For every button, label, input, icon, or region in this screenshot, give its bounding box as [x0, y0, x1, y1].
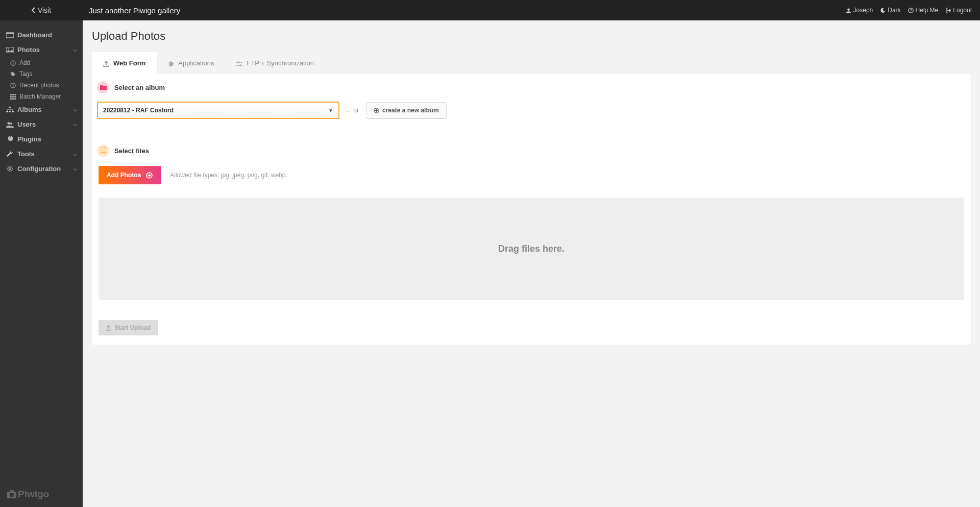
plus-circle-icon [146, 172, 153, 179]
sidebar-sub-add[interactable]: Add [0, 57, 83, 68]
svg-rect-5 [6, 47, 14, 53]
sidebar-item-label: Users [17, 120, 36, 128]
chevron-down-icon [73, 150, 78, 158]
sidebar: Dashboard Photos Add Tags Recent photos [0, 20, 83, 507]
logout-icon [945, 8, 951, 13]
dropzone-label: Drag files here. [498, 244, 565, 254]
album-section-head: Select an album [92, 74, 971, 99]
sidebar-sub-batch[interactable]: Batch Manager [0, 91, 83, 102]
svg-rect-14 [12, 96, 14, 98]
moon-icon [880, 8, 886, 13]
sidebar-sub-label: Batch Manager [19, 93, 61, 100]
sidebar-sub-recent[interactable]: Recent photos [0, 80, 83, 91]
users-icon [5, 122, 14, 128]
sidebar-sub-tags[interactable]: Tags [0, 68, 83, 80]
logout-link[interactable]: Logout [945, 7, 972, 14]
dark-label: Dark [888, 7, 900, 14]
svg-rect-10 [10, 94, 12, 95]
topbar-right: Joseph Dark ? Help Me Logout [846, 7, 980, 14]
create-album-button[interactable]: create a new album [366, 102, 447, 118]
start-upload-button[interactable]: Start Upload [99, 320, 158, 335]
svg-point-6 [7, 48, 8, 49]
plus-circle-icon [9, 60, 16, 66]
svg-rect-22 [12, 111, 14, 112]
help-label: Help Me [916, 7, 939, 14]
start-upload-label: Start Upload [114, 324, 151, 331]
svg-point-32 [102, 150, 103, 151]
sidebar-item-label: Photos [17, 46, 40, 54]
svg-rect-13 [10, 96, 12, 98]
selected-album: 20220812 - RAF Cosford [103, 107, 174, 114]
dropzone[interactable]: Drag files here. [99, 198, 964, 300]
chevron-down-icon [73, 106, 78, 113]
visit-link[interactable]: Visit [0, 6, 83, 14]
section-title: Select an album [114, 84, 165, 91]
sidebar-item-label: Dashboard [17, 31, 52, 39]
sidebar-item-label: Plugins [17, 135, 41, 143]
clock-icon [9, 83, 16, 88]
puzzle-icon [168, 59, 174, 67]
caret-down-icon: ▼ [328, 108, 333, 113]
svg-point-28 [10, 493, 14, 497]
sidebar-sub-label: Tags [19, 70, 32, 78]
add-photos-label: Add Photos [107, 172, 141, 179]
svg-rect-15 [14, 96, 16, 98]
tabs: Web Form Applications FTP + Synchronizat… [92, 52, 971, 74]
plus-circle-icon [374, 108, 379, 113]
sidebar-item-label: Configuration [17, 165, 61, 173]
upload-panel: Select an album 20220812 - RAF Cosford ▼… [92, 74, 971, 345]
tab-label: FTP + Synchronization [247, 59, 314, 67]
or-text: ... or [347, 107, 359, 114]
svg-text:?: ? [910, 8, 912, 13]
dashboard-icon [5, 32, 14, 38]
tab-label: Applications [178, 59, 214, 67]
sidebar-item-configuration[interactable]: Configuration [0, 161, 83, 176]
svg-rect-12 [14, 94, 16, 95]
svg-rect-4 [6, 33, 14, 34]
page-title: Upload Photos [92, 30, 971, 43]
brand-logo: Piwigo [0, 481, 83, 507]
help-link[interactable]: ? Help Me [908, 7, 939, 14]
sidebar-sub-label: Recent photos [19, 82, 59, 89]
image-icon [5, 47, 14, 53]
logout-label: Logout [953, 7, 972, 14]
user-icon [846, 8, 851, 13]
tab-applications[interactable]: Applications [157, 52, 225, 74]
topbar: Visit Just another Piwigo gallery Joseph… [0, 0, 980, 20]
sidebar-item-dashboard[interactable]: Dashboard [0, 28, 83, 42]
sidebar-item-plugins[interactable]: Plugins [0, 132, 83, 147]
sidebar-item-label: Tools [17, 150, 35, 158]
tab-label: Web Form [113, 59, 145, 67]
grid-icon [9, 94, 16, 100]
file-image-icon [97, 144, 109, 157]
sidebar-sub-label: Add [19, 59, 30, 66]
svg-point-25 [9, 168, 11, 170]
dark-toggle[interactable]: Dark [880, 7, 900, 14]
help-icon: ? [908, 8, 914, 13]
chevron-down-icon [73, 165, 78, 173]
chevron-left-icon [32, 7, 36, 13]
tab-ftp[interactable]: FTP + Synchronization [225, 52, 325, 74]
sidebar-item-albums[interactable]: Albums [0, 102, 83, 117]
tab-webform[interactable]: Web Form [92, 52, 157, 74]
user-menu[interactable]: Joseph [846, 7, 873, 14]
chevron-down-icon [73, 46, 78, 54]
brand-label: Piwigo [18, 489, 49, 500]
wrench-icon [5, 151, 14, 157]
sidebar-item-tools[interactable]: Tools [0, 147, 83, 161]
upload-icon [103, 59, 109, 67]
svg-rect-18 [14, 98, 16, 100]
svg-point-0 [847, 8, 850, 11]
add-photos-button[interactable]: Add Photos [99, 166, 161, 184]
svg-point-24 [10, 123, 12, 125]
svg-rect-19 [9, 107, 11, 108]
sidebar-item-photos[interactable]: Photos [0, 42, 83, 57]
upload-icon [106, 325, 111, 331]
svg-point-30 [240, 64, 242, 66]
svg-rect-27 [10, 490, 14, 492]
main-content: Upload Photos Web Form Applications FTP … [83, 20, 980, 507]
svg-point-23 [7, 122, 10, 125]
sidebar-item-users[interactable]: Users [0, 117, 83, 132]
section-title: Select files [114, 147, 149, 155]
album-select[interactable]: 20220812 - RAF Cosford ▼ [97, 102, 339, 119]
